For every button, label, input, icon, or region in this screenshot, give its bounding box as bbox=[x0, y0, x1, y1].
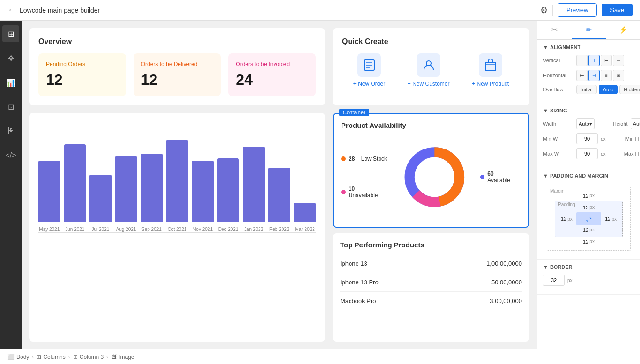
product-name-2: Iphone 13 Pro bbox=[340, 279, 379, 286]
unavailable-dot bbox=[341, 190, 346, 194]
new-product-icon bbox=[479, 53, 502, 77]
vertical-label: Vertical bbox=[543, 58, 573, 63]
breadcrumb-column3[interactable]: ⊞ Column 3 bbox=[73, 354, 104, 360]
overview-widget: Overview Pending Orders 12 Orders to be … bbox=[29, 28, 325, 105]
stats-row: Pending Orders 12 Orders to be Delivered… bbox=[38, 53, 316, 96]
align-btn-vt[interactable]: ⊤ bbox=[576, 55, 588, 66]
breadcrumb-columns[interactable]: ⊞ Columns bbox=[37, 354, 65, 360]
canvas-left: Overview Pending Orders 12 Orders to be … bbox=[22, 21, 537, 349]
product-value-3: 3,00,00,000 bbox=[490, 297, 522, 305]
min-w-label: Min W bbox=[543, 136, 573, 141]
overflow-initial[interactable]: Initial bbox=[576, 85, 597, 94]
padding-middle-row: 12 px ⇌ 12 px bbox=[561, 212, 617, 225]
new-customer-button[interactable]: + New Customer bbox=[408, 53, 450, 87]
settings-icon[interactable]: ⚙ bbox=[540, 5, 548, 15]
border-section: ▼ BORDER px bbox=[537, 260, 640, 295]
margin-top-row: 12 px bbox=[555, 193, 623, 199]
height-dropdown[interactable]: Aut...▾ bbox=[631, 118, 640, 129]
breadcrumb-column3-label: Column 3 bbox=[80, 354, 104, 360]
bar bbox=[115, 156, 137, 222]
stat-pending-value: 12 bbox=[46, 71, 119, 89]
bar bbox=[268, 168, 290, 222]
margin-bottom-row: 12 px bbox=[555, 239, 623, 245]
breadcrumb-bar: ⬜ Body › ⊞ Columns › ⊞ Column 3 › 🖼 Imag… bbox=[0, 349, 640, 364]
product-row-1: Iphone 13 1,00,00,0000 bbox=[340, 254, 522, 273]
breadcrumb-image[interactable]: 🖼 Image bbox=[111, 354, 134, 360]
max-w-label: Max W bbox=[543, 151, 573, 156]
new-order-button[interactable]: + New Order bbox=[353, 53, 385, 87]
collapse-border-icon[interactable]: ▼ bbox=[543, 264, 548, 270]
sidebar-icon-move[interactable]: ✥ bbox=[2, 50, 19, 67]
collapse-pm-icon[interactable]: ▼ bbox=[543, 173, 548, 178]
new-product-button[interactable]: + New Product bbox=[472, 53, 509, 87]
bar-label: Nov 2021 bbox=[193, 226, 213, 232]
top-products-title: Top Performing Products bbox=[340, 241, 522, 249]
back-icon[interactable]: ← bbox=[7, 5, 16, 15]
overflow-hidden[interactable]: Hidden bbox=[619, 85, 640, 94]
min-w-input[interactable] bbox=[576, 133, 598, 144]
save-button[interactable]: Save bbox=[602, 4, 633, 16]
bar-group: Aug 2021 bbox=[115, 156, 137, 232]
max-w-unit: px bbox=[601, 151, 606, 156]
product-avail-title: Product Availability bbox=[341, 121, 521, 129]
margin-bottom-val: 12 bbox=[583, 239, 588, 245]
breadcrumb-image-label: Image bbox=[119, 354, 134, 360]
sidebar-icon-layout[interactable]: ⊡ bbox=[2, 98, 19, 115]
overflow-auto[interactable]: Auto bbox=[599, 85, 618, 94]
unavailable-label: 10 – Unavailable bbox=[341, 186, 389, 199]
container-badge: Container bbox=[339, 109, 369, 116]
bar bbox=[64, 144, 86, 222]
padding-center: ⇌ bbox=[576, 212, 601, 225]
available-text: 60 – Available bbox=[487, 171, 521, 184]
align-btn-vm[interactable]: ⊥ bbox=[588, 55, 600, 66]
image-icon: 🖼 bbox=[111, 354, 117, 360]
app-title: Lowcode main page builder bbox=[20, 7, 100, 14]
align-btn-hc[interactable]: ⊣ bbox=[588, 70, 600, 81]
collapse-alignment-icon[interactable]: ▼ bbox=[543, 45, 548, 50]
collapse-sizing-icon[interactable]: ▼ bbox=[543, 108, 548, 113]
top-products-widget: Top Performing Products Iphone 13 1,00,0… bbox=[333, 233, 529, 342]
low-stock-text: 28 – Low Stock bbox=[349, 156, 387, 162]
available-label: 60 – Available bbox=[480, 171, 521, 184]
stat-deliver-orders: Orders to be Delivered 12 bbox=[134, 53, 221, 96]
link-icon: ⇌ bbox=[586, 215, 592, 223]
breadcrumb-body[interactable]: ⬜ Body bbox=[7, 354, 29, 360]
low-stock-dot bbox=[341, 156, 346, 161]
align-btn-hr[interactable]: ≡ bbox=[601, 70, 612, 81]
topbar: ← Lowcode main page builder ⚙ Preview Sa… bbox=[0, 0, 640, 21]
max-w-input[interactable] bbox=[576, 148, 598, 159]
bar-group: Jan 2022 bbox=[243, 147, 265, 232]
new-order-icon bbox=[357, 53, 381, 77]
align-btn-hl[interactable]: ⊢ bbox=[576, 70, 588, 81]
border-value-input[interactable] bbox=[543, 275, 565, 286]
product-availability-widget: Container Product Availability 28 – Low … bbox=[333, 113, 529, 228]
props-tab-style[interactable]: ✏ bbox=[572, 21, 606, 39]
border-row: px bbox=[543, 275, 634, 286]
alignment-title: ▼ ALIGNMENT bbox=[543, 45, 634, 50]
props-tab-tools[interactable]: ✂ bbox=[537, 21, 572, 39]
sidebar-icon-database[interactable]: 🗄 bbox=[2, 123, 19, 140]
bar-label: Jun 2021 bbox=[65, 226, 84, 232]
stat-invoice-value: 24 bbox=[236, 71, 308, 89]
sidebar-icon-grid[interactable]: ⊞ bbox=[2, 25, 19, 42]
donut-chart bbox=[398, 140, 471, 215]
width-dropdown[interactable]: Auto▾ bbox=[576, 118, 595, 129]
bar-label: Mar 2022 bbox=[295, 226, 315, 232]
padding-top-val: 12 bbox=[583, 205, 588, 210]
quick-create-widget: Quick Create + New Order + N bbox=[333, 28, 529, 105]
align-btn-vb[interactable]: ⊢ bbox=[601, 55, 612, 66]
bar-chart: May 2021Jun 2021Jul 2021Aug 2021Sep 2021… bbox=[38, 130, 316, 233]
margin-box: Margin 12 px Padding 12 px bbox=[547, 187, 631, 251]
alignment-section: ▼ ALIGNMENT Vertical ⊤ ⊥ ⊢ ⊣ Horizontal … bbox=[537, 40, 640, 103]
props-tab-lightning[interactable]: ⚡ bbox=[606, 21, 640, 39]
stat-pending-orders: Pending Orders 12 bbox=[38, 53, 126, 96]
svg-point-10 bbox=[415, 157, 454, 196]
align-btn-vs[interactable]: ⊣ bbox=[613, 55, 624, 66]
sidebar-icon-code[interactable]: </> bbox=[2, 147, 19, 164]
align-btn-hs[interactable]: ≢ bbox=[613, 70, 624, 81]
sidebar-icon-chart[interactable]: 📊 bbox=[2, 74, 19, 91]
margin-bottom-unit: px bbox=[589, 239, 595, 245]
preview-button[interactable]: Preview bbox=[558, 3, 597, 17]
margin-label: Margin bbox=[550, 188, 565, 193]
border-unit: px bbox=[567, 278, 573, 283]
